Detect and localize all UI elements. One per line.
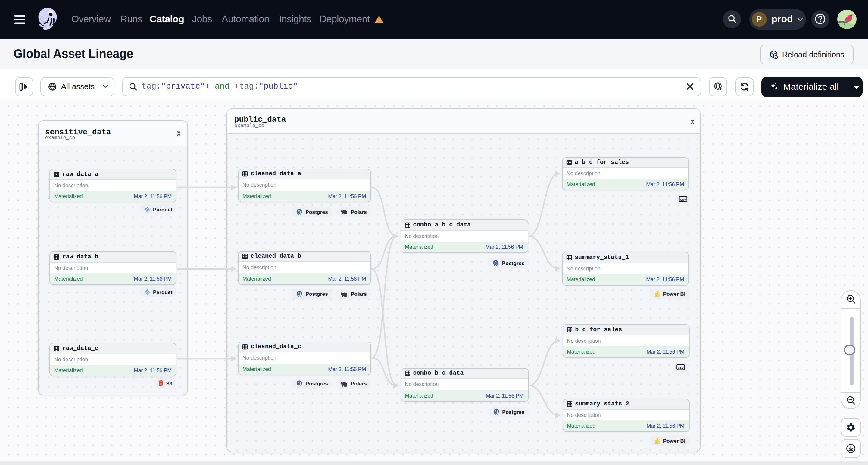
svg-text:CSV: CSV <box>680 197 686 201</box>
svg-text:CSV: CSV <box>677 366 683 369</box>
